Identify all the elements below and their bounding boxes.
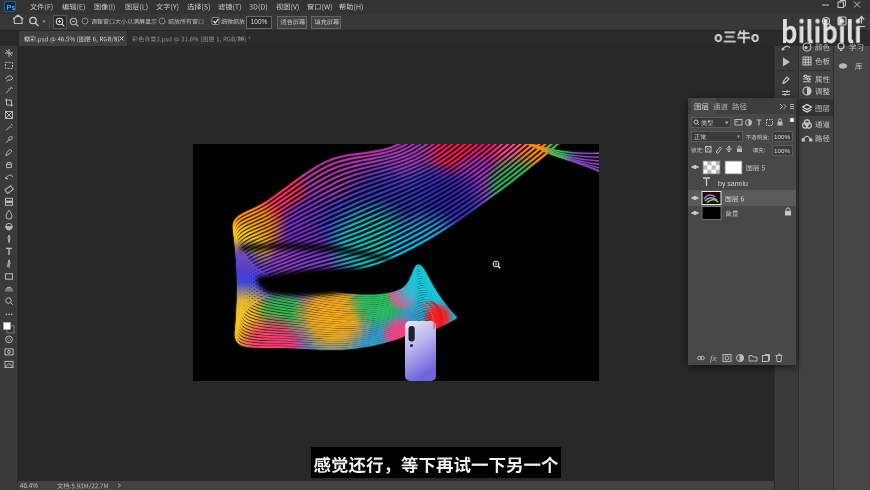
svg-text:100%: 100% — [774, 147, 790, 154]
svg-text:fx: fx — [710, 353, 717, 363]
svg-text:100%: 100% — [774, 133, 790, 140]
svg-text:Ps: Ps — [7, 3, 16, 12]
svg-text:by sanniu: by sanniu — [718, 180, 748, 188]
svg-text:100%: 100% — [251, 18, 268, 25]
svg-text:46.4%: 46.4% — [20, 482, 38, 489]
